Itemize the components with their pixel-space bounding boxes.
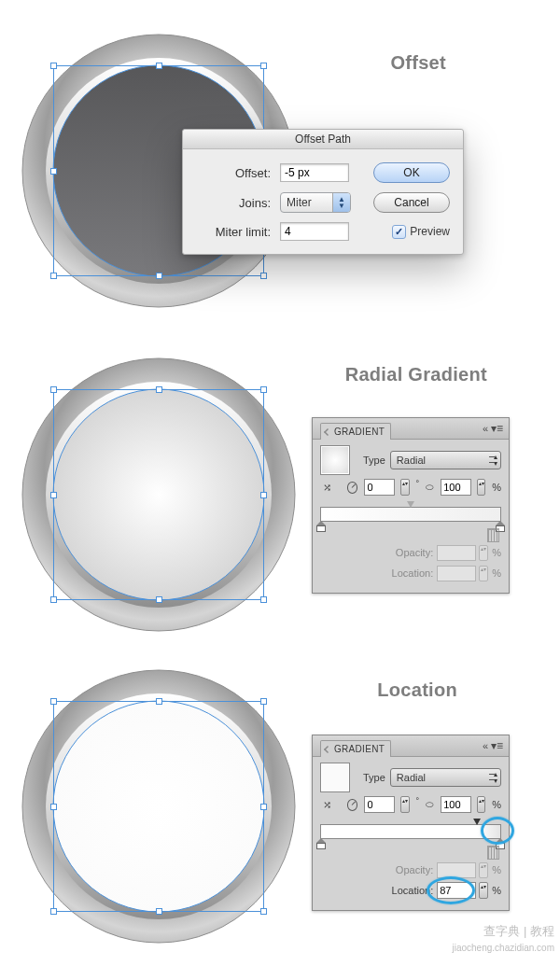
panel-menu-icon[interactable]: ▾≡ xyxy=(491,739,503,752)
opacity-label: Opacity: xyxy=(396,864,433,875)
midpoint-diamond-icon[interactable] xyxy=(473,819,481,825)
panel-collapse-icon[interactable]: « xyxy=(483,740,488,751)
color-stop-start[interactable] xyxy=(316,521,326,532)
type-value: Radial xyxy=(397,772,426,783)
preview-checkbox[interactable]: ✓ Preview xyxy=(392,225,450,239)
watermark-sub: jiaocheng.chazidian.com xyxy=(452,943,554,953)
sel-handle-tc[interactable] xyxy=(156,698,162,705)
aspect-stepper[interactable]: ▴▾ xyxy=(477,479,485,496)
angle-stepper[interactable]: ▴▾ xyxy=(400,796,409,813)
ok-button[interactable]: OK xyxy=(373,162,450,183)
offset-input[interactable] xyxy=(280,163,349,182)
sel-handle-bc[interactable] xyxy=(156,273,162,279)
sel-handle-tr[interactable] xyxy=(260,63,267,69)
offset-path-dialog: Offset Path Offset: OK Joins: Miter ▲▼ C… xyxy=(182,129,464,255)
reverse-gradient-icon[interactable]: ⤮ xyxy=(320,480,334,495)
opacity-label: Opacity: xyxy=(396,547,433,558)
step-title-offset: Offset xyxy=(390,52,446,74)
degree-icon: ° xyxy=(416,479,420,488)
sel-handle-tc[interactable] xyxy=(156,386,162,393)
sel-handle-tl[interactable] xyxy=(50,63,57,69)
illustration-radial xyxy=(14,347,303,637)
opacity-input-disabled xyxy=(437,862,476,878)
aspect-input[interactable] xyxy=(441,479,471,496)
checkbox-checked-icon: ✓ xyxy=(392,225,406,239)
sel-handle-bc[interactable] xyxy=(156,596,162,603)
gradient-ramp[interactable] xyxy=(313,820,509,858)
percent-label: % xyxy=(492,885,501,896)
gradient-bar[interactable] xyxy=(320,824,501,839)
cancel-button[interactable]: Cancel xyxy=(373,192,450,213)
step-title-location: Location xyxy=(377,679,457,701)
angle-input[interactable] xyxy=(364,796,395,813)
gradient-panel: GRADIENT « ▾≡ Type Radial ▴▾ ⤮ xyxy=(312,417,510,594)
sel-handle-br[interactable] xyxy=(260,908,267,915)
sel-handle-ml[interactable] xyxy=(50,492,57,498)
joins-select[interactable]: Miter ▲▼ xyxy=(280,192,351,213)
offset-label: Offset: xyxy=(196,166,271,180)
sel-handle-tr[interactable] xyxy=(260,386,267,393)
sel-handle-br[interactable] xyxy=(260,596,267,603)
section-location: Location xyxy=(0,646,560,963)
sel-handle-tl[interactable] xyxy=(50,698,57,705)
location-input-disabled xyxy=(437,566,476,581)
selection-bbox xyxy=(53,389,264,600)
type-select[interactable]: Radial ▴▾ xyxy=(390,768,501,787)
type-select[interactable]: Radial ▴▾ xyxy=(390,451,501,469)
sel-handle-tc[interactable] xyxy=(156,63,162,69)
sel-handle-mr[interactable] xyxy=(260,804,267,810)
panel-menu-icon[interactable]: ▾≡ xyxy=(491,422,503,435)
degree-icon: ° xyxy=(416,796,420,805)
type-label: Type xyxy=(363,772,385,783)
sel-handle-bl[interactable] xyxy=(50,596,57,603)
percent-label: % xyxy=(492,799,501,810)
watermark-main: 查字典 | 教程 xyxy=(483,923,554,940)
percent-label: % xyxy=(492,864,501,875)
sel-handle-tr[interactable] xyxy=(260,698,267,705)
color-stop-start[interactable] xyxy=(316,838,326,849)
sel-handle-bc[interactable] xyxy=(156,908,162,915)
aspect-icon: ⬭ xyxy=(426,799,434,810)
sel-handle-mr[interactable] xyxy=(260,492,267,498)
aspect-stepper[interactable]: ▴▾ xyxy=(477,796,485,813)
location-label: Location: xyxy=(392,885,434,896)
panel-tab-gradient[interactable]: GRADIENT xyxy=(320,740,391,757)
section-offset: Offset xyxy=(0,0,560,336)
location-label: Location: xyxy=(392,567,434,579)
midpoint-diamond-icon[interactable] xyxy=(407,501,414,508)
sel-handle-tl[interactable] xyxy=(50,386,57,393)
section-radial-gradient: Radial Gradient xyxy=(0,338,560,646)
miter-limit-label: Miter limit: xyxy=(196,225,271,239)
panel-collapse-icon[interactable]: « xyxy=(483,423,488,434)
sel-handle-bl[interactable] xyxy=(50,273,57,279)
gradient-ramp[interactable] xyxy=(313,503,509,540)
joins-label: Joins: xyxy=(196,196,271,210)
percent-label: % xyxy=(492,547,501,558)
sel-handle-ml[interactable] xyxy=(50,804,57,810)
trash-icon[interactable] xyxy=(487,528,499,542)
aspect-input[interactable] xyxy=(441,796,471,813)
angle-stepper[interactable]: ▴▾ xyxy=(400,479,409,496)
gradient-swatch[interactable] xyxy=(320,445,350,475)
sel-handle-bl[interactable] xyxy=(50,908,57,915)
panel-tab-gradient[interactable]: GRADIENT xyxy=(320,423,391,440)
step-title-radial-gradient: Radial Gradient xyxy=(345,364,487,385)
sel-handle-br[interactable] xyxy=(260,273,267,279)
location-input[interactable] xyxy=(437,882,476,899)
select-arrows-icon: ▲▼ xyxy=(332,193,350,212)
angle-input[interactable] xyxy=(364,479,395,496)
gradient-bar[interactable] xyxy=(320,507,501,522)
gradient-panel: GRADIENT « ▾≡ Type Radial ▴▾ ⤮ xyxy=(312,735,510,911)
preview-label: Preview xyxy=(410,225,450,238)
reverse-gradient-icon[interactable]: ⤮ xyxy=(320,797,334,812)
dialog-title: Offset Path xyxy=(183,130,463,149)
miter-limit-input[interactable] xyxy=(280,222,349,241)
sel-handle-ml[interactable] xyxy=(50,168,57,175)
panel-header: GRADIENT « ▾≡ xyxy=(313,418,509,440)
location-stepper-disabled: ▴▾ xyxy=(479,566,488,581)
location-stepper[interactable]: ▴▾ xyxy=(479,882,488,899)
opacity-stepper-disabled: ▴▾ xyxy=(479,545,488,561)
aspect-icon: ⬭ xyxy=(426,482,434,493)
gradient-swatch[interactable] xyxy=(320,763,350,792)
type-value: Radial xyxy=(397,455,426,466)
